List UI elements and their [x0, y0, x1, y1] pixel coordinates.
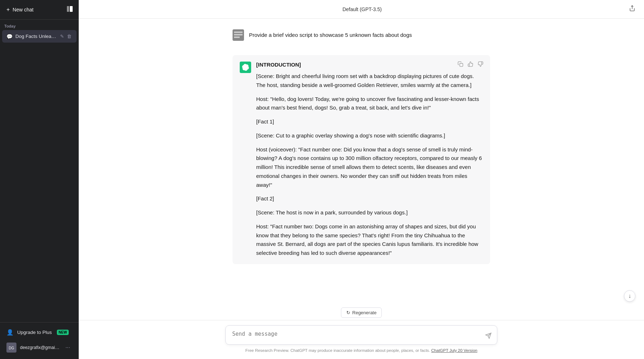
new-badge: NEW	[57, 330, 69, 335]
share-button[interactable]	[628, 4, 637, 15]
section-today: Today 💬 Dog Facts Unleashed ✎ 🗑	[0, 20, 79, 43]
user-message-wrapper: Provide a brief video script to showcase…	[225, 26, 497, 52]
svg-rect-8	[234, 37, 240, 38]
assistant-message: [INTRODUCTION] [Scene: Bright and cheerf…	[233, 55, 490, 264]
assistant-para-1: Host: "Hello, dog lovers! Today, we're g…	[256, 95, 483, 113]
message-input[interactable]	[225, 325, 497, 345]
svg-rect-9	[460, 63, 463, 67]
edit-chat-button[interactable]: ✎	[59, 33, 65, 40]
user-msg-text: Provide a brief video script to showcase…	[249, 29, 412, 39]
assistant-para-0: [Scene: Bright and cheerful living room …	[256, 72, 483, 90]
chat-icon: 💬	[6, 34, 13, 39]
assistant-para-5: [Fact 2]	[256, 194, 483, 203]
assistant-para-3: [Scene: Cut to a graphic overlay showing…	[256, 131, 483, 140]
assistant-para-7: Host: "Fact number two: Dogs come in an …	[256, 222, 483, 258]
main-content: Default (GPT-3.5) Provide	[79, 0, 644, 359]
input-area: Free Research Preview. ChatGPT may produ…	[79, 320, 644, 359]
delete-chat-button[interactable]: 🗑	[66, 33, 72, 40]
message-actions	[457, 60, 484, 69]
upgrade-label: Upgrade to Plus	[17, 330, 52, 335]
copy-message-button[interactable]	[457, 60, 464, 69]
regenerate-icon: ↻	[346, 310, 350, 315]
thumbs-down-button[interactable]	[477, 60, 484, 69]
plus-icon: +	[6, 6, 10, 13]
svg-rect-7	[234, 34, 243, 35]
user-options-button[interactable]: ···	[63, 344, 72, 351]
assistant-para-6: [Scene: The host is now in a park, surro…	[256, 208, 483, 217]
input-wrapper	[225, 325, 497, 346]
scroll-down-icon: ↓	[628, 293, 631, 299]
scroll-down-button[interactable]: ↓	[624, 290, 635, 302]
svg-rect-1	[70, 6, 73, 12]
user-message: Provide a brief video script to showcase…	[233, 29, 490, 41]
regenerate-label: Regenerate	[352, 310, 377, 315]
sidebar: + New chat Today 💬 Dog Facts Unleashed ✎…	[0, 0, 79, 359]
section-label-today: Today	[0, 20, 79, 30]
model-label: Default (GPT-3.5)	[342, 6, 382, 12]
assistant-para-4: Host (voiceover): "Fact number one: Did …	[256, 145, 483, 190]
send-button[interactable]	[484, 331, 493, 340]
main-header: Default (GPT-3.5)	[79, 0, 644, 19]
svg-rect-6	[234, 31, 243, 33]
chat-item-title: Dog Facts Unleashed	[15, 34, 57, 39]
messages-area: Provide a brief video script to showcase…	[79, 19, 644, 307]
regenerate-button[interactable]: ↻ Regenerate	[341, 307, 382, 318]
assistant-msg-content: [INTRODUCTION] [Scene: Bright and cheerf…	[256, 62, 483, 258]
svg-rect-0	[67, 6, 69, 12]
user-avatar: DG	[6, 343, 16, 353]
new-chat-button[interactable]: + New chat	[3, 4, 62, 16]
regenerate-area: ↻ Regenerate	[334, 307, 389, 318]
assistant-para-2: [Fact 1]	[256, 117, 483, 126]
footer-main-text: Free Research Preview. ChatGPT may produ…	[245, 348, 430, 353]
user-profile-item[interactable]: DG deezgrafix@gmail.com ···	[2, 339, 77, 356]
footer-area: Free Research Preview. ChatGPT may produ…	[86, 346, 637, 356]
chat-item-dog-facts[interactable]: 💬 Dog Facts Unleashed ✎ 🗑	[2, 30, 77, 43]
collapse-icon	[67, 6, 73, 14]
svg-text:DG: DG	[9, 346, 14, 350]
user-avatar-msg	[233, 29, 244, 41]
thumbs-up-button[interactable]	[467, 60, 474, 69]
gpt-icon	[240, 62, 251, 73]
sidebar-header: + New chat	[0, 0, 79, 20]
footer-text: Free Research Preview. ChatGPT may produ…	[86, 346, 637, 356]
assistant-msg-header: [INTRODUCTION] [Scene: Bright and cheerf…	[240, 62, 483, 258]
user-icon: 👤	[6, 329, 14, 336]
upgrade-to-plus-item[interactable]: 👤 Upgrade to Plus NEW	[2, 326, 77, 339]
intro-label: [INTRODUCTION]	[256, 62, 483, 68]
sidebar-bottom: 👤 Upgrade to Plus NEW DG deezgrafix@gmai…	[0, 322, 79, 359]
sidebar-collapse-button[interactable]	[64, 3, 76, 16]
user-email: deezgrafix@gmail.com	[20, 345, 60, 350]
footer-link[interactable]: ChatGPT July 20 Version	[431, 348, 477, 353]
new-chat-label: New chat	[13, 7, 33, 13]
chat-item-actions: ✎ 🗑	[59, 33, 72, 40]
assistant-message-wrapper: [INTRODUCTION] [Scene: Bright and cheerf…	[225, 52, 497, 271]
